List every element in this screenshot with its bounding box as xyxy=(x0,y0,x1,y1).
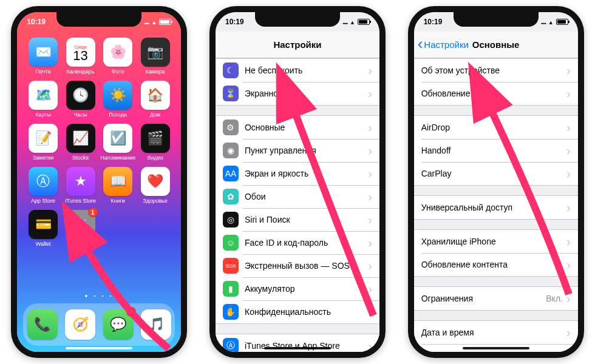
row-label: Дата и время xyxy=(421,328,566,337)
dock-app-messages[interactable]: 💬4 xyxy=(103,309,134,340)
page-dots[interactable]: ● • • • xyxy=(17,293,181,298)
app-iTunes Store[interactable]: ★iTunes Store xyxy=(63,167,98,204)
badge: 1 xyxy=(88,207,98,217)
settings-row[interactable]: Универсальный доступ xyxy=(414,196,578,219)
row-label: Клавиатура xyxy=(421,351,566,352)
app-label: Stocks xyxy=(72,155,89,161)
battery-icon xyxy=(358,19,370,25)
home-indicator[interactable] xyxy=(264,347,331,349)
row-label: Универсальный доступ xyxy=(421,203,566,212)
chevron-right-icon xyxy=(368,282,372,296)
settings-row[interactable]: ◉Пункт управления xyxy=(216,139,379,162)
general-list: Настройки Основные Об этом устройствеОбн… xyxy=(414,12,578,352)
row-label: Обновление ПО xyxy=(421,89,566,98)
chevron-right-icon xyxy=(566,326,571,340)
app-Фото[interactable]: 🌸Фото xyxy=(100,38,135,75)
settings-group: Об этом устройствеОбновление ПО xyxy=(414,58,578,106)
app-Часы[interactable]: 🕓Часы xyxy=(63,81,98,118)
settings-list: Настройки ☾Не беспокоить⌛Экранное имя⚙Ос… xyxy=(216,12,379,352)
settings-row[interactable]: Обновление контента xyxy=(414,253,578,276)
dock-app-phone[interactable]: 📞 xyxy=(27,309,58,340)
chevron-right-icon xyxy=(368,213,372,227)
app-Stocks[interactable]: 📈Stocks xyxy=(63,124,98,161)
home-indicator[interactable] xyxy=(463,347,529,349)
signal-icon xyxy=(144,18,149,26)
app-label: Камера xyxy=(146,69,165,75)
settings-row[interactable]: Об этом устройстве xyxy=(414,59,578,82)
app-Почта[interactable]: ✉️Почта xyxy=(25,38,61,75)
app-Карты[interactable]: 🗺️Карты xyxy=(25,81,61,118)
app-label: iTunes Store xyxy=(65,198,96,204)
home-indicator[interactable] xyxy=(66,347,132,349)
row-icon: Ⓐ xyxy=(223,338,239,352)
signal-icon xyxy=(541,18,546,26)
chevron-right-icon xyxy=(566,144,571,158)
app-Видео[interactable]: 🎬Видео xyxy=(138,124,173,161)
phone-settings-root: 10:19 Настройки ☾Не беспокоить⌛Экранное … xyxy=(209,6,386,358)
nav-title: Основные xyxy=(472,39,520,50)
app-Дом[interactable]: 🏠Дом xyxy=(138,81,173,118)
row-icon: ✿ xyxy=(223,189,239,204)
chevron-right-icon xyxy=(368,339,372,352)
chevron-right-icon xyxy=(566,235,571,249)
app-icon: 📈 xyxy=(66,124,95,153)
settings-row[interactable]: ⚙Основные xyxy=(216,116,379,139)
app-Здоровье[interactable]: ❤️Здоровье xyxy=(138,167,173,204)
settings-group: AirDropHandoffCarPlay xyxy=(414,115,578,186)
app-Wallet[interactable]: 💳Wallet xyxy=(25,210,61,247)
settings-row[interactable]: CarPlay xyxy=(414,162,578,185)
app-Камера[interactable]: 📷Камера xyxy=(138,38,173,75)
app-label: Часы xyxy=(74,112,87,118)
app-label: Книги xyxy=(110,198,125,204)
app-Напоминания[interactable]: ☑️Напоминания xyxy=(100,124,135,161)
notch xyxy=(255,12,340,27)
row-label: Экран и яркость xyxy=(245,169,368,178)
row-label: Handoff xyxy=(421,146,566,155)
dock-app-safari[interactable]: 🧭 xyxy=(65,309,95,340)
battery-icon xyxy=(556,19,568,25)
chevron-right-icon xyxy=(368,190,372,204)
settings-row[interactable]: Обновление ПО xyxy=(414,82,578,105)
nav-title: Настройки xyxy=(273,39,321,50)
chevron-right-icon xyxy=(368,167,372,181)
dock-app-music[interactable]: 🎵 xyxy=(141,309,171,340)
settings-row[interactable]: ☺Face ID и код-пароль xyxy=(216,231,379,254)
chevron-right-icon xyxy=(368,305,372,319)
app-label: Фото xyxy=(112,69,124,75)
chevron-right-icon xyxy=(368,64,372,78)
app-Погода[interactable]: ☀️Погода xyxy=(100,81,135,118)
row-label: Конфиденциальность xyxy=(245,307,368,317)
app-Календарь[interactable]: Среда13Календарь xyxy=(63,38,98,75)
row-icon: ◉ xyxy=(223,143,239,158)
app-App Store[interactable]: ⒶApp Store xyxy=(25,167,61,204)
chevron-right-icon xyxy=(566,87,571,101)
row-value: Вкл. xyxy=(546,294,563,303)
settings-row[interactable]: ◎Siri и Поиск xyxy=(216,208,379,231)
settings-row[interactable]: ✿Обои xyxy=(216,185,379,208)
settings-row[interactable]: ⌛Экранное имя xyxy=(216,82,379,105)
settings-row[interactable]: ▮Аккумулятор xyxy=(216,277,379,300)
app-Заметки[interactable]: 📝Заметки xyxy=(25,124,61,161)
app-Настройки[interactable]: ⚙️1Настройки xyxy=(63,210,98,247)
settings-row[interactable]: AirDrop xyxy=(414,116,578,139)
settings-group: ⚙Основные◉Пункт управленияAAЭкран и ярко… xyxy=(216,115,379,324)
settings-row[interactable]: SOSЭкстренный вызов — SOS xyxy=(216,254,379,277)
app-Книги[interactable]: 📖Книги xyxy=(100,167,135,204)
calendar-day: 13 xyxy=(73,49,87,62)
row-icon: ☾ xyxy=(223,62,239,78)
status-time: 10:19 xyxy=(27,18,46,26)
app-label: Почта xyxy=(36,69,51,75)
app-icon: 📷 xyxy=(141,38,170,67)
app-label: Напоминания xyxy=(100,155,135,161)
settings-row[interactable]: ОграниченияВкл. xyxy=(414,287,578,310)
signal-icon xyxy=(342,18,347,26)
settings-row[interactable]: ✋Конфиденциальность xyxy=(216,300,379,323)
row-label: Пункт управления xyxy=(245,146,368,155)
settings-row[interactable]: Handoff xyxy=(414,139,578,162)
settings-row[interactable]: AAЭкран и яркость xyxy=(216,162,379,185)
settings-row[interactable]: Хранилище iPhone xyxy=(414,230,578,253)
row-label: Обновление контента xyxy=(421,260,566,269)
settings-row[interactable]: Дата и время xyxy=(414,321,578,344)
settings-row[interactable]: ☾Не беспокоить xyxy=(216,59,379,82)
nav-back-button[interactable]: Настройки xyxy=(418,32,469,58)
